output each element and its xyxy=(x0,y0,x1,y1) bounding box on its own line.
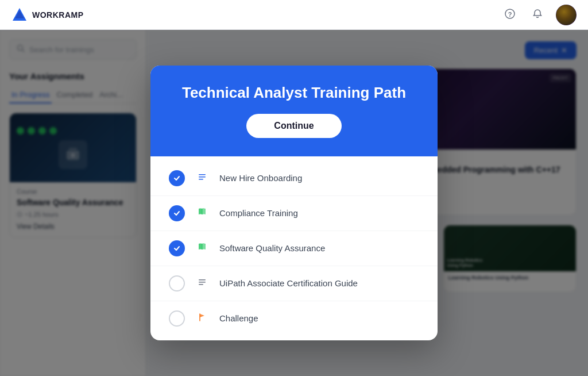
training-label-4: UiPath Associate Certification Guide xyxy=(219,278,419,288)
svg-text:?: ? xyxy=(508,10,512,17)
top-navigation: WORKRAMP ? xyxy=(0,0,588,30)
flag-icon xyxy=(194,313,210,324)
continue-button[interactable]: Continue xyxy=(246,114,341,138)
logo-icon xyxy=(11,7,28,23)
help-button[interactable]: ? xyxy=(501,6,519,24)
list-icon-1 xyxy=(194,172,210,184)
training-path-modal: Technical Analyst Training Path Continue xyxy=(150,66,438,340)
nav-right: ? xyxy=(501,5,577,25)
avatar-image xyxy=(556,5,577,25)
app-name: WORKRAMP xyxy=(32,10,84,20)
training-list: New Hire Onboarding xyxy=(150,161,438,336)
training-label-5: Challenge xyxy=(219,313,419,323)
modal-body: New Hire Onboarding xyxy=(150,156,438,340)
bell-icon xyxy=(532,9,543,21)
training-item-uipath[interactable]: UiPath Associate Certification Guide xyxy=(150,266,438,301)
empty-circle-1 xyxy=(169,275,185,291)
modal-title: Technical Analyst Training Path xyxy=(173,84,415,102)
check-circle-2 xyxy=(169,205,185,221)
avatar[interactable] xyxy=(556,5,577,25)
svg-rect-12 xyxy=(199,279,206,281)
help-icon: ? xyxy=(505,9,515,21)
svg-rect-11 xyxy=(199,179,203,180)
empty-circle-2 xyxy=(169,310,185,327)
training-label-2: Compliance Training xyxy=(219,208,419,218)
training-item-challenge[interactable]: Challenge xyxy=(150,301,438,336)
training-item-compliance[interactable]: Compliance Training xyxy=(150,196,438,231)
svg-rect-9 xyxy=(199,174,206,175)
training-item-new-hire[interactable]: New Hire Onboarding xyxy=(150,161,438,196)
check-circle-3 xyxy=(169,240,185,256)
modal-header: Technical Analyst Training Path Continue xyxy=(150,66,438,156)
book-icon-1 xyxy=(194,206,210,220)
training-label-1: New Hire Onboarding xyxy=(219,173,419,183)
check-circle-1 xyxy=(169,170,185,186)
book-icon-2 xyxy=(194,241,210,255)
training-label-3: Software Quality Assurance xyxy=(219,243,419,253)
svg-rect-14 xyxy=(199,284,203,285)
logo-area[interactable]: WORKRAMP xyxy=(11,7,84,23)
list-icon-2 xyxy=(194,278,210,289)
main-layout: Search for trainings Your Assignments In… xyxy=(0,30,588,376)
notifications-button[interactable] xyxy=(528,6,547,24)
svg-rect-13 xyxy=(199,282,206,283)
training-item-sqa[interactable]: Software Quality Assurance xyxy=(150,231,438,266)
modal-overlay[interactable]: Technical Analyst Training Path Continue xyxy=(0,30,588,376)
svg-rect-10 xyxy=(199,177,206,178)
